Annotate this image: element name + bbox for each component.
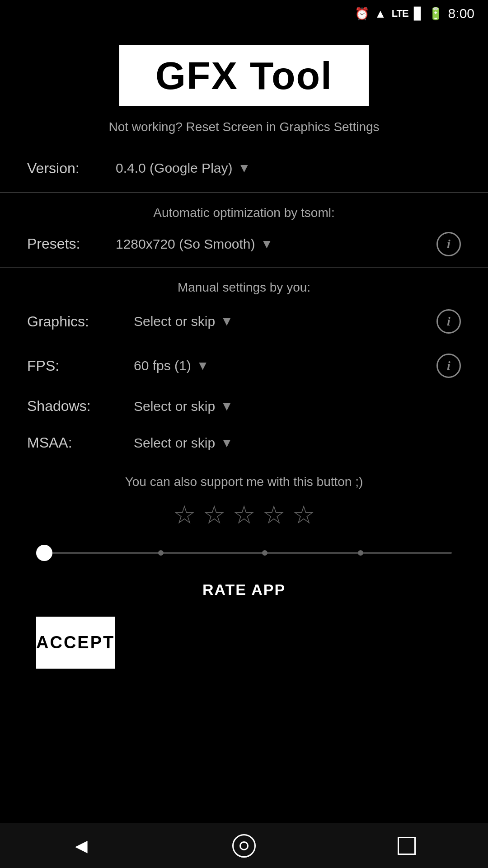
- presets-label: Presets:: [27, 236, 108, 252]
- version-dropdown-arrow: ▼: [238, 161, 250, 175]
- shadows-dropdown[interactable]: Select or skip ▼: [134, 399, 461, 414]
- subtitle-text: Not working? Reset Screen in Graphics Se…: [0, 120, 488, 134]
- graphics-value: Select or skip: [134, 314, 215, 329]
- fps-value: 60 fps (1): [134, 358, 191, 373]
- divider-2: [0, 267, 488, 268]
- home-icon-inner: [239, 841, 249, 850]
- presets-row: Presets: 1280x720 (So Smooth) ▼ i: [0, 225, 488, 264]
- graphics-dropdown[interactable]: Select or skip ▼: [134, 314, 429, 329]
- fps-row: FPS: 60 fps (1) ▼ i: [0, 344, 488, 388]
- graphics-label: Graphics:: [27, 313, 127, 330]
- battery-icon: 🔋: [428, 7, 443, 21]
- presets-dropdown[interactable]: 1280x720 (So Smooth) ▼: [116, 236, 429, 252]
- presets-info-button[interactable]: i: [436, 232, 461, 256]
- star-4[interactable]: ☆: [263, 500, 285, 529]
- accept-button[interactable]: ACCEPT: [36, 617, 115, 669]
- nav-back-button[interactable]: ◀: [63, 828, 99, 864]
- home-icon: [232, 834, 256, 858]
- status-icons: ⏰ ▲ LTE ▊ 🔋 8:00: [355, 6, 474, 21]
- msaa-label: MSAA:: [27, 434, 127, 451]
- auto-section-label: Automatic optimization by tsoml:: [0, 197, 488, 225]
- shadows-row: Shadows: Select or skip ▼: [0, 388, 488, 425]
- nav-recent-button[interactable]: [389, 828, 425, 864]
- presets-value: 1280x720 (So Smooth): [116, 236, 255, 252]
- logo-container: GFX Tool: [0, 45, 488, 106]
- fps-label: FPS:: [27, 358, 127, 374]
- support-text: You can also support me with this button…: [0, 475, 488, 489]
- version-row: Version: 0.4.0 (Google Play) ▼: [0, 148, 488, 189]
- version-label: Version:: [27, 160, 108, 177]
- msaa-row: MSAA: Select or skip ▼: [0, 425, 488, 461]
- slider-container[interactable]: [0, 540, 488, 567]
- presets-dropdown-arrow: ▼: [261, 237, 273, 251]
- graphics-dropdown-arrow: ▼: [221, 314, 233, 329]
- slider-dot-3: [358, 550, 363, 556]
- star-3[interactable]: ☆: [233, 500, 255, 529]
- star-2[interactable]: ☆: [203, 500, 225, 529]
- nav-home-button[interactable]: [226, 828, 262, 864]
- fps-dropdown[interactable]: 60 fps (1) ▼: [134, 358, 429, 373]
- msaa-value: Select or skip: [134, 435, 215, 451]
- back-icon: ◀: [75, 836, 88, 855]
- recent-icon: [398, 837, 416, 855]
- star-1[interactable]: ☆: [173, 500, 196, 529]
- slider-thumb[interactable]: [36, 545, 52, 561]
- navigation-bar: ◀: [0, 823, 488, 868]
- shadows-value: Select or skip: [134, 399, 215, 414]
- msaa-dropdown[interactable]: Select or skip ▼: [134, 435, 461, 451]
- slider-track[interactable]: [36, 552, 452, 554]
- app-logo: GFX Tool: [119, 45, 369, 106]
- shadows-label: Shadows:: [27, 398, 127, 415]
- slider-dot-1: [158, 550, 164, 556]
- fps-dropdown-arrow: ▼: [197, 359, 209, 373]
- graphics-row: Graphics: Select or skip ▼ i: [0, 299, 488, 344]
- slider-dot-2: [262, 550, 267, 556]
- lte-icon: LTE: [392, 8, 408, 19]
- rate-app-button[interactable]: RATE APP: [0, 567, 488, 612]
- star-5[interactable]: ☆: [292, 500, 315, 529]
- alarm-icon: ⏰: [355, 7, 369, 21]
- status-bar: ⏰ ▲ LTE ▊ 🔋 8:00: [0, 0, 488, 27]
- stars-row[interactable]: ☆ ☆ ☆ ☆ ☆: [0, 500, 488, 529]
- status-time: 8:00: [448, 6, 474, 21]
- version-value: 0.4.0 (Google Play): [116, 160, 232, 176]
- graphics-info-button[interactable]: i: [436, 309, 461, 334]
- divider-1: [0, 192, 488, 193]
- wifi-icon: ▲: [375, 7, 386, 21]
- fps-info-button[interactable]: i: [436, 354, 461, 378]
- manual-section-label: Manual settings by you:: [0, 271, 488, 299]
- signal-icon: ▊: [414, 7, 423, 21]
- msaa-dropdown-arrow: ▼: [221, 436, 233, 450]
- shadows-dropdown-arrow: ▼: [221, 399, 233, 414]
- version-dropdown[interactable]: 0.4.0 (Google Play) ▼: [116, 157, 250, 179]
